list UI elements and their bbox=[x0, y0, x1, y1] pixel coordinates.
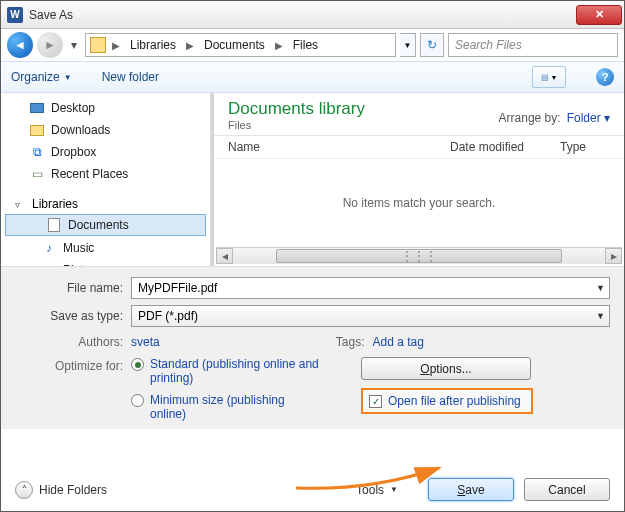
breadcrumb-libraries[interactable]: Libraries bbox=[126, 37, 180, 53]
empty-message: No items match your search. bbox=[214, 159, 624, 247]
close-button[interactable]: ✕ bbox=[576, 5, 622, 25]
chevron-up-icon: ˄ bbox=[15, 481, 33, 499]
column-name[interactable]: Name bbox=[228, 140, 450, 154]
tools-menu[interactable]: Tools▼ bbox=[356, 483, 398, 497]
column-headers[interactable]: Name Date modified Type bbox=[214, 136, 624, 159]
breadcrumb-dropdown[interactable]: ▼ bbox=[400, 33, 416, 57]
library-subheading: Files bbox=[228, 119, 499, 131]
folder-icon bbox=[90, 37, 106, 53]
chevron-down-icon[interactable]: ▼ bbox=[596, 283, 605, 293]
sidebar-item-dropbox[interactable]: ⧉Dropbox bbox=[1, 141, 210, 163]
search-input[interactable]: Search Files bbox=[448, 33, 618, 57]
filename-label: File name: bbox=[15, 281, 131, 295]
sidebar-item-pictures[interactable]: ▦Pictures bbox=[1, 259, 210, 266]
optimize-minimum-radio[interactable]: Minimum size (publishing online) bbox=[131, 393, 361, 421]
view-options-button[interactable]: ▤▼ bbox=[532, 66, 566, 88]
column-date[interactable]: Date modified bbox=[450, 140, 560, 154]
chevron-right-icon[interactable]: ▶ bbox=[108, 40, 124, 51]
options-button[interactable]: Options... bbox=[361, 357, 531, 380]
optimize-label: Optimize for: bbox=[15, 357, 131, 429]
chevron-down-icon[interactable]: ▼ bbox=[596, 311, 605, 321]
authors-value[interactable]: sveta bbox=[131, 335, 160, 349]
save-type-dropdown[interactable]: PDF (*.pdf)▼ bbox=[131, 305, 610, 327]
refresh-button[interactable]: ↻ bbox=[420, 33, 444, 57]
forward-button[interactable]: ► bbox=[37, 32, 63, 58]
save-form: File name: MyPDFFile.pdf▼ Save as type: … bbox=[1, 266, 624, 429]
navigation-bar: ◄ ► ▾ ▶ Libraries ▶ Documents ▶ Files ▼ … bbox=[1, 29, 624, 61]
horizontal-scrollbar[interactable]: ◂ ⋮⋮⋮ ▸ bbox=[216, 247, 622, 264]
save-as-dialog: W Save As ✕ ◄ ► ▾ ▶ Libraries ▶ Document… bbox=[0, 0, 625, 512]
scroll-left-icon[interactable]: ◂ bbox=[216, 248, 233, 264]
filename-input[interactable]: MyPDFFile.pdf▼ bbox=[131, 277, 610, 299]
cancel-button[interactable]: Cancel bbox=[524, 478, 610, 501]
organize-menu[interactable]: Organize ▼ bbox=[11, 70, 72, 84]
library-heading: Documents library bbox=[228, 99, 499, 119]
scrollbar-thumb[interactable]: ⋮⋮⋮ bbox=[276, 249, 562, 263]
save-type-label: Save as type: bbox=[15, 309, 131, 323]
breadcrumb-files[interactable]: Files bbox=[289, 37, 322, 53]
arrange-by-label: Arrange by: bbox=[499, 111, 561, 125]
optimize-standard-radio[interactable]: Standard (publishing online and printing… bbox=[131, 357, 361, 385]
authors-label: Authors: bbox=[15, 335, 131, 349]
dialog-footer: ˄ Hide Folders Tools▼ Save Cancel bbox=[15, 478, 610, 501]
sidebar-item-desktop[interactable]: Desktop bbox=[1, 97, 210, 119]
checkbox-icon: ✓ bbox=[369, 395, 382, 408]
arrange-by-dropdown[interactable]: Folder ▾ bbox=[567, 111, 610, 125]
help-button[interactable]: ? bbox=[596, 68, 614, 86]
window-title: Save As bbox=[29, 8, 576, 22]
column-type[interactable]: Type bbox=[560, 140, 610, 154]
radio-icon bbox=[131, 394, 144, 407]
breadcrumb-bar[interactable]: ▶ Libraries ▶ Documents ▶ Files bbox=[85, 33, 396, 57]
chevron-right-icon[interactable]: ▶ bbox=[271, 40, 287, 51]
sidebar-item-recent[interactable]: ▭Recent Places bbox=[1, 163, 210, 185]
sidebar-item-documents[interactable]: Documents bbox=[5, 214, 206, 236]
sidebar-item-downloads[interactable]: Downloads bbox=[1, 119, 210, 141]
tags-value[interactable]: Add a tag bbox=[373, 335, 424, 349]
save-button[interactable]: Save bbox=[428, 478, 514, 501]
radio-icon bbox=[131, 358, 144, 371]
history-dropdown[interactable]: ▾ bbox=[67, 34, 81, 56]
back-button[interactable]: ◄ bbox=[7, 32, 33, 58]
word-app-icon: W bbox=[7, 7, 23, 23]
new-folder-button[interactable]: New folder bbox=[102, 70, 159, 84]
chevron-right-icon[interactable]: ▶ bbox=[182, 40, 198, 51]
breadcrumb-documents[interactable]: Documents bbox=[200, 37, 269, 53]
titlebar: W Save As ✕ bbox=[1, 1, 624, 29]
toolbar: Organize ▼ New folder ▤▼ ? bbox=[1, 61, 624, 93]
open-after-publishing-checkbox[interactable]: ✓ Open file after publishing bbox=[361, 388, 533, 414]
sidebar-group-libraries[interactable]: ▿Libraries bbox=[1, 195, 210, 213]
file-list-pane: Documents library Files Arrange by: Fold… bbox=[211, 93, 624, 266]
hide-folders-button[interactable]: ˄ Hide Folders bbox=[15, 481, 107, 499]
tags-label: Tags: bbox=[313, 335, 373, 349]
sidebar-item-music[interactable]: ♪Music bbox=[1, 237, 210, 259]
sidebar: Desktop Downloads ⧉Dropbox ▭Recent Place… bbox=[1, 93, 211, 266]
scroll-right-icon[interactable]: ▸ bbox=[605, 248, 622, 264]
